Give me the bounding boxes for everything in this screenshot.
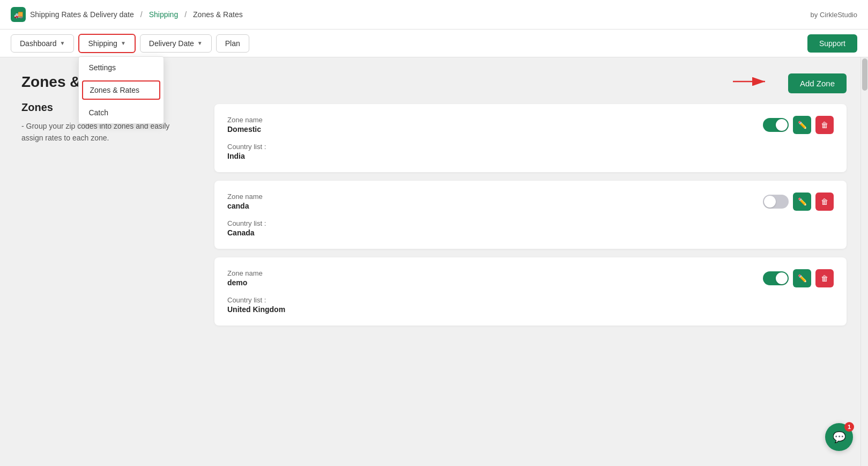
- breadcrumb-shipping[interactable]: Shipping: [149, 10, 179, 19]
- breadcrumb-sep2: /: [184, 10, 187, 19]
- zone-actions-2: ✏️ 🗑: [763, 193, 834, 211]
- zones-description: - Group your zip codes into zones and ea…: [21, 120, 193, 144]
- chat-badge: 1: [844, 422, 854, 432]
- shipping-dropdown-container: Shipping ▼ Settings Zones & Rates Catch: [78, 34, 135, 53]
- shipping-dropdown-menu: Settings Zones & Rates Catch: [78, 56, 164, 124]
- right-panel: Add Zone Zone name Domestic ✏️ 🗑 Country…: [214, 73, 847, 334]
- zone-edit-button-1[interactable]: ✏️: [793, 116, 811, 134]
- nav-left: Dashboard ▼ Shipping ▼ Settings Zones & …: [11, 34, 249, 53]
- app-icon: 🚚: [11, 7, 26, 22]
- zone-info-3: Zone name demo: [227, 269, 263, 287]
- toggle-knob-1: [776, 119, 788, 131]
- toggle-knob-2: [764, 196, 776, 208]
- breadcrumb-zones-rates: Zones & Rates: [193, 10, 243, 19]
- delivery-date-button[interactable]: Delivery Date ▼: [140, 34, 212, 53]
- zone-info-2: Zone name canda: [227, 193, 263, 210]
- zone-edit-button-2[interactable]: ✏️: [793, 193, 811, 211]
- zone-card-2: Zone name canda ✏️ 🗑 Country list : Cana…: [214, 181, 847, 249]
- zone-name-label: Zone name: [227, 116, 263, 124]
- country-section-2: Country list : Canada: [227, 219, 834, 237]
- scrollbar-track[interactable]: [860, 57, 868, 466]
- country-list-value-3: United Kingdom: [227, 305, 834, 314]
- zone-actions: ✏️ 🗑: [763, 116, 834, 134]
- country-section-3: Country list : United Kingdom: [227, 296, 834, 314]
- zone-card-header: Zone name Domestic ✏️ 🗑: [227, 116, 834, 134]
- delivery-date-caret: ▼: [197, 40, 203, 46]
- shipping-label: Shipping: [88, 39, 117, 48]
- plan-button[interactable]: Plan: [216, 34, 249, 53]
- zone-toggle-3[interactable]: [763, 271, 789, 285]
- zone-toggle-2[interactable]: [763, 195, 789, 209]
- support-button[interactable]: Support: [807, 34, 857, 53]
- shipping-caret: ▼: [121, 40, 126, 46]
- zone-name-value-3: demo: [227, 278, 263, 287]
- country-section-1: Country list : India: [227, 143, 834, 160]
- nav-bar: Dashboard ▼ Shipping ▼ Settings Zones & …: [0, 29, 868, 57]
- delivery-date-label: Delivery Date: [149, 39, 194, 48]
- zone-toggle-1[interactable]: [763, 118, 789, 132]
- zone-card-3: Zone name demo ✏️ 🗑 Country list : Unite…: [214, 257, 847, 326]
- dashboard-caret: ▼: [60, 40, 65, 46]
- arrow-indicator: [729, 71, 771, 92]
- toggle-knob-3: [776, 272, 788, 284]
- dashboard-button[interactable]: Dashboard ▼: [11, 34, 74, 53]
- breadcrumb-sep1: /: [140, 10, 143, 19]
- zone-name-value: Domestic: [227, 125, 263, 134]
- zone-card-header-2: Zone name canda ✏️ 🗑: [227, 193, 834, 211]
- country-list-value-2: Canada: [227, 228, 834, 237]
- country-list-label-1: Country list :: [227, 143, 834, 151]
- chat-icon: 💬: [833, 431, 846, 443]
- zone-card: Zone name Domestic ✏️ 🗑 Country list : I…: [214, 104, 847, 172]
- zone-info: Zone name Domestic: [227, 116, 263, 134]
- dropdown-zones-rates[interactable]: Zones & Rates: [82, 80, 160, 100]
- zone-delete-button-1[interactable]: 🗑: [815, 116, 834, 134]
- zone-name-label-3: Zone name: [227, 269, 263, 277]
- top-bar: 🚚 Shipping Rates & Delivery date / Shipp…: [0, 0, 868, 29]
- breadcrumb: 🚚 Shipping Rates & Delivery date / Shipp…: [11, 7, 243, 22]
- app-title: Shipping Rates & Delivery date: [30, 10, 134, 19]
- country-list-label-3: Country list :: [227, 296, 834, 304]
- dashboard-label: Dashboard: [20, 39, 57, 48]
- by-label: by CirkleStudio: [811, 11, 857, 19]
- country-list-value-1: India: [227, 152, 834, 160]
- zone-delete-button-2[interactable]: 🗑: [815, 193, 834, 211]
- chat-bubble[interactable]: 1 💬: [825, 423, 853, 451]
- zone-actions-3: ✏️ 🗑: [763, 269, 834, 287]
- dropdown-catch[interactable]: Catch: [79, 102, 164, 123]
- zone-edit-button-3[interactable]: ✏️: [793, 269, 811, 287]
- shipping-button[interactable]: Shipping ▼: [78, 34, 135, 53]
- add-zone-button[interactable]: Add Zone: [788, 73, 847, 93]
- dropdown-settings[interactable]: Settings: [79, 57, 164, 78]
- right-header: Add Zone: [214, 73, 847, 93]
- plan-label: Plan: [225, 39, 240, 48]
- country-list-label-2: Country list :: [227, 219, 834, 227]
- zone-name-label-2: Zone name: [227, 193, 263, 201]
- zone-card-header-3: Zone name demo ✏️ 🗑: [227, 269, 834, 287]
- scrollbar-thumb[interactable]: [862, 58, 867, 91]
- zone-name-value-2: canda: [227, 202, 263, 210]
- zone-delete-button-3[interactable]: 🗑: [815, 269, 834, 287]
